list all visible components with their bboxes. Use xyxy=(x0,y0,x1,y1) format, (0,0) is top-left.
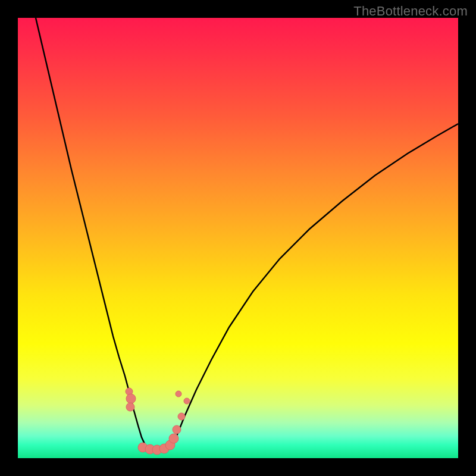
data-marker xyxy=(126,403,134,411)
data-marker xyxy=(184,398,190,404)
bottleneck-curve xyxy=(18,18,458,458)
data-marker xyxy=(169,434,178,443)
data-marker xyxy=(176,391,181,397)
data-markers xyxy=(126,388,190,455)
chart-frame: TheBottleneck.com xyxy=(0,0,476,476)
plot-area xyxy=(18,18,458,458)
watermark-text: TheBottleneck.com xyxy=(353,4,468,19)
curve-left-branch xyxy=(36,18,146,446)
data-marker xyxy=(173,425,181,434)
curve-right-branch xyxy=(171,124,458,446)
data-marker xyxy=(178,413,185,420)
data-marker xyxy=(126,394,136,403)
